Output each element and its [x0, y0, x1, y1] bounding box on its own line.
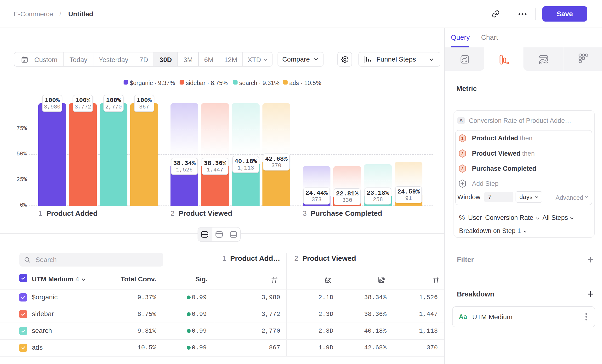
svg-text:2: 2 — [461, 152, 463, 156]
svg-text:1: 1 — [461, 136, 463, 141]
svg-text:3: 3 — [461, 167, 463, 171]
